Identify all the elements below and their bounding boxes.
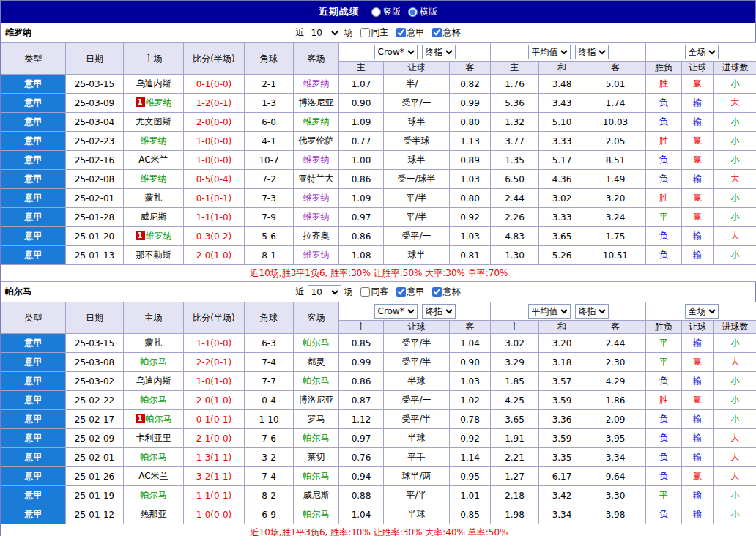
league-cell: 意甲 [1,151,66,170]
handicap-home-odds-cell: 1.07 [339,75,384,94]
league-cell: 意甲 [1,410,66,429]
handicap-line-cell: 受平/一 [384,391,450,410]
avg-home-odds-cell: 1.35 [491,151,539,170]
date-cell: 25-02-16 [66,151,124,170]
avg-away-odds-cell: 9.64 [585,467,646,486]
league-cell: 意甲 [1,448,66,467]
score-cell: 1-1(0-0) [184,334,245,353]
handicap-line-cell: 半球 [384,505,450,524]
corner-cell: 0-4 [245,391,294,410]
handicap-away-odds-cell: 0.99 [450,94,491,113]
match-row: 意甲25-02-01帕尔马1-3(1-1)3-2莱切0.76平手1.142.21… [1,448,756,467]
page-title: 近期战绩 [319,5,360,18]
score-cell: 1-3(1-1) [184,448,245,467]
handicap-home-odds-cell: 1.00 [339,151,384,170]
handicap-away-odds-cell: 1.02 [450,391,491,410]
games-label: 场 [344,26,353,39]
result-cell: 负 [646,170,682,189]
league-checkbox[interactable] [396,287,406,297]
away-team-cell: 维罗纳 [294,75,339,94]
cup-checkbox-label[interactable]: 意杯 [432,26,461,39]
league-cell: 意甲 [1,467,66,486]
handicap-away-odds-cell: 1.03 [450,227,491,246]
handicap-line-cell: 受平/半 [384,353,450,372]
goals-count-cell: 小 [714,246,756,265]
full-match-select[interactable]: 全场 [685,45,719,59]
column-header: 主 [339,321,384,334]
date-cell: 25-03-04 [66,113,124,132]
league-checkbox-label[interactable]: 意甲 [396,26,425,39]
league-cell: 意甲 [1,113,66,132]
cup-checkbox[interactable] [432,28,442,37]
goals-count-cell: 小 [714,486,756,505]
final-index-2-select[interactable]: 终指 [575,45,609,59]
league-cell: 意甲 [1,372,66,391]
away-team-cell: 维罗纳 [294,189,339,208]
bookmaker-select[interactable]: Crow* [374,45,418,59]
horizontal-layout-radio[interactable] [408,7,418,17]
team-section: 维罗纳近10场同主意甲意杯类型日期主场比分(半场)角球客场Crow*终指平均值终… [1,23,755,282]
vertical-layout-option[interactable]: 竖版 [371,6,401,18]
horizontal-layout-option[interactable]: 横版 [408,6,437,18]
away-team-cell: 维罗纳 [294,151,339,170]
date-cell: 25-02-17 [66,410,124,429]
column-header: 主 [491,321,539,334]
corner-cell: 6-0 [245,113,294,132]
goals-count-cell: 大 [714,429,756,448]
match-row: 意甲25-03-08帕尔马2-2(0-1)7-4都灵0.99受平/半0.903.… [1,353,756,372]
team-name: 帕尔马 [5,286,32,298]
home-team-cell: 热那亚 [124,505,184,524]
league-checkbox-label[interactable]: 意甲 [396,286,425,298]
match-row: 意甲25-02-22帕尔马2-0(1-0)0-4博洛尼亚0.87受平/一1.02… [1,391,756,410]
handicap-result-cell: 输 [682,334,714,353]
corner-cell: 8-1 [245,246,294,265]
handicap-away-odds-cell: 0.92 [450,429,491,448]
home-team-cell: 帕尔马 [124,353,184,372]
cup-checkbox-label[interactable]: 意杯 [432,286,461,298]
bookmaker-select[interactable]: Crow* [374,304,418,319]
match-row: 意甲25-01-28威尼斯1-1(1-0)7-9维罗纳0.97平/半0.922.… [1,208,756,227]
team-section: 帕尔马近10场同客意甲意杯类型日期主场比分(半场)角球客场Crow*终指平均值终… [1,282,755,536]
home-team-cell: 维罗纳 [124,170,184,189]
handicap-away-odds-cell: 1.14 [450,448,491,467]
final-index-select[interactable]: 终指 [422,304,456,319]
handicap-home-odds-cell: 0.94 [339,467,384,486]
same-venue-checkbox[interactable] [360,287,370,297]
games-count-select[interactable]: 10 [308,285,341,299]
avg-draw-odds-cell: 3.20 [539,334,585,353]
full-match-select[interactable]: 全场 [685,304,719,319]
date-cell: 25-01-20 [66,227,124,246]
same-venue-checkbox-label[interactable]: 同主 [360,26,389,39]
handicap-result-cell: 输 [682,372,714,391]
avg-draw-odds-cell: 3.59 [539,391,585,410]
avg-away-odds-cell: 2.09 [585,410,646,429]
avg-draw-odds-cell: 3.36 [539,410,585,429]
result-cell: 负 [646,372,682,391]
same-venue-checkbox-label[interactable]: 同客 [360,286,389,298]
column-header: 让球 [384,62,450,75]
average-select[interactable]: 平均值 [528,45,571,59]
final-index-select[interactable]: 终指 [422,45,456,59]
results-table: 类型日期主场比分(半场)角球客场Crow*终指平均值终指全场主让球客主和客胜负让… [1,302,756,536]
games-count-select[interactable]: 10 [308,26,341,40]
vertical-layout-radio[interactable] [371,7,381,17]
avg-home-odds-cell: 4.83 [491,227,539,246]
cup-checkbox[interactable] [432,287,442,297]
avg-draw-odds-cell: 3.18 [539,353,585,372]
league-checkbox[interactable] [396,28,406,37]
final-index-2-select[interactable]: 终指 [575,304,609,319]
handicap-line-cell: 半球 [384,372,450,391]
league-cell: 意甲 [1,189,66,208]
results-table: 类型日期主场比分(半场)角球客场Crow*终指平均值终指全场主让球客主和客胜负让… [1,42,756,282]
match-row: 意甲25-02-23维罗纳1-0(0-0)4-1佛罗伦萨0.77受半球1.133… [1,132,756,151]
date-cell: 25-02-08 [66,170,124,189]
average-select[interactable]: 平均值 [528,304,571,319]
date-cell: 25-02-23 [66,132,124,151]
games-label: 场 [344,286,353,298]
score-cell: 0-1(0-1) [184,189,245,208]
same-venue-checkbox[interactable] [360,28,370,37]
handicap-home-odds-cell: 0.88 [339,486,384,505]
league-cell: 意甲 [1,208,66,227]
home-team-cell: 帕尔马 [124,391,184,410]
corner-cell: 7-3 [245,189,294,208]
